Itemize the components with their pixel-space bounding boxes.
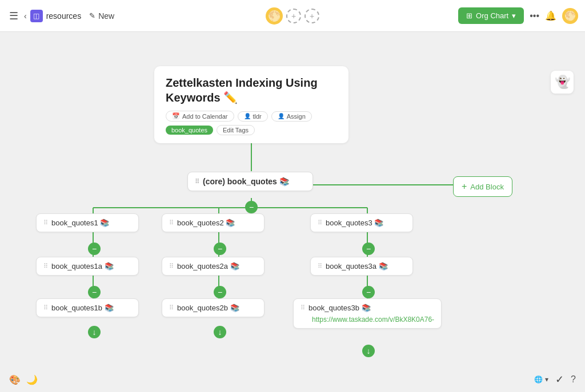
node-label: book_quotes1a 📚	[51, 262, 114, 270]
node-label: book_quotes3a 📚	[326, 262, 388, 270]
node-label: book_quotes3b 📚	[308, 304, 371, 312]
collapse-n2-button[interactable]: −	[214, 243, 226, 255]
hamburger-icon[interactable]: ☰	[7, 7, 21, 25]
bottom-left-icons: 🎨 🌙	[9, 374, 38, 385]
node-book-quotes2[interactable]: ⠿ book_quotes2 📚	[162, 213, 265, 232]
node-label: book_quotes1b 📚	[51, 304, 114, 312]
assign-icon: 👤	[278, 113, 285, 119]
document-card: Zettelkasten Indexing Using Keywords ✏️ …	[154, 66, 348, 143]
tldr-chip[interactable]: 👤 tldr	[238, 111, 268, 122]
drag-handle-icon: ⠿	[300, 304, 305, 312]
plus-icon: +	[462, 181, 467, 192]
help-icon[interactable]: ?	[571, 374, 576, 385]
org-chart-label: Org Chart	[476, 11, 508, 20]
assign-label: Assign	[287, 113, 306, 120]
new-icon: ✎	[89, 11, 95, 20]
node-book-quotes2b[interactable]: ⠿ book_quotes2b 📚	[162, 298, 265, 317]
new-button[interactable]: ✎ New	[85, 9, 119, 23]
add-view-button-2[interactable]: +	[304, 9, 319, 23]
tag-label: book_quotes	[171, 127, 207, 134]
palette-icon[interactable]: 🎨	[9, 374, 21, 385]
drag-handle-icon: ⠿	[43, 219, 48, 227]
drag-handle-icon: ⠿	[318, 219, 322, 227]
core-node-label: (core) book_quotes 📚	[203, 177, 289, 186]
new-label: New	[98, 11, 114, 21]
more-options-icon[interactable]: •••	[530, 11, 539, 21]
add-block-label: Add Block	[470, 183, 504, 191]
user-avatar-center[interactable]: 🌕	[266, 7, 283, 25]
doc-actions: 📅 Add to Calendar 👤 tldr 👤 Assign book_q…	[166, 111, 337, 135]
node-label: book_quotes2a 📚	[177, 262, 239, 270]
drag-handle-icon: ⠿	[169, 262, 174, 270]
drag-handle-icon: ⠿	[318, 262, 322, 270]
workspace-icon: ◫	[30, 10, 43, 22]
edit-tags-label: Edit Tags	[223, 127, 249, 134]
drag-handle-icon: ⠿	[169, 219, 174, 227]
tldr-label: tldr	[253, 113, 262, 120]
node-book-quotes1[interactable]: ⠿ book_quotes1 📚	[36, 213, 139, 232]
node-book-quotes3[interactable]: ⠿ book_quotes3 📚	[310, 213, 413, 232]
language-button[interactable]: 🌐 ▾	[534, 375, 548, 383]
node-book-quotes1b[interactable]: ⠿ book_quotes1b 📚	[36, 298, 139, 317]
expand-n2b-button[interactable]: ↓	[214, 326, 226, 338]
expand-n1b-button[interactable]: ↓	[88, 326, 101, 338]
org-chart-icon: ⊞	[466, 11, 472, 20]
header: ☰ ‹ ◫ resources ✎ New 🌕 + + ⊞ Org Chart …	[0, 0, 585, 32]
add-view-button-1[interactable]: +	[286, 9, 301, 23]
bottom-right-icons: 🌐 ▾ ✓ ?	[534, 373, 576, 386]
node-book-quotes1a[interactable]: ⠿ book_quotes1a 📚	[36, 257, 139, 276]
doc-title: Zettelkasten Indexing Using Keywords ✏️	[166, 75, 337, 105]
calendar-icon: 📅	[172, 112, 180, 120]
bottom-bar: 🎨 🌙 🌐 ▾ ✓ ?	[0, 367, 585, 392]
node-book-quotes2a[interactable]: ⠿ book_quotes2a 📚	[162, 257, 265, 276]
node-label: book_quotes2b 📚	[177, 304, 239, 312]
collapse-n3a-button[interactable]: −	[362, 286, 375, 298]
collapse-core-button[interactable]: −	[245, 201, 258, 213]
collapse-n3-button[interactable]: −	[362, 243, 375, 255]
ghost-icon[interactable]: 👻	[551, 71, 574, 94]
node-book-quotes3a[interactable]: ⠿ book_quotes3a 📚	[310, 257, 413, 276]
header-left: ☰ ‹ ◫ resources ✎ New	[7, 7, 454, 25]
back-icon[interactable]: ‹	[24, 11, 27, 21]
node-book-quotes3b[interactable]: ⠿ book_quotes3b 📚 https://www.taskade.co…	[293, 298, 442, 329]
bell-icon[interactable]: 🔔	[545, 10, 556, 21]
assign-chip[interactable]: 👤 Assign	[271, 111, 312, 122]
header-right: ⊞ Org Chart ▾ ••• 🔔 🌕	[458, 7, 578, 24]
check-icon[interactable]: ✓	[555, 373, 564, 386]
node-label: book_quotes3 📚	[326, 219, 383, 227]
globe-icon: 🌐	[534, 375, 543, 383]
add-to-calendar-chip[interactable]: 📅 Add to Calendar	[166, 111, 234, 122]
book-quotes-tag[interactable]: book_quotes	[166, 126, 213, 135]
canvas: Zettelkasten Indexing Using Keywords ✏️ …	[0, 32, 585, 392]
moon-icon[interactable]: 🌙	[26, 374, 38, 385]
core-node[interactable]: ⠿ (core) book_quotes 📚	[187, 172, 313, 191]
node-link[interactable]: https://www.taskade.com/v/BkX8K0A76-	[312, 316, 434, 324]
drag-handle-icon: ⠿	[169, 304, 174, 312]
node-label: book_quotes1 📚	[51, 219, 109, 227]
node-label: book_quotes2 📚	[177, 219, 235, 227]
drag-handle-icon: ⠿	[43, 262, 48, 270]
edit-tags-chip[interactable]: Edit Tags	[217, 125, 255, 135]
header-center: 🌕 + +	[266, 7, 319, 25]
breadcrumb: resources	[46, 11, 81, 21]
org-chart-button[interactable]: ⊞ Org Chart ▾	[458, 7, 524, 24]
collapse-n2a-button[interactable]: −	[214, 286, 226, 298]
collapse-n1a-button[interactable]: −	[88, 286, 101, 298]
chevron-down-icon: ▾	[512, 11, 516, 20]
collapse-n1-button[interactable]: −	[88, 243, 101, 255]
add-block-button[interactable]: + Add Block	[453, 176, 512, 197]
person-icon: 👤	[244, 113, 251, 119]
user-avatar[interactable]: 🌕	[562, 8, 578, 24]
drag-handle-icon: ⠿	[195, 178, 199, 185]
add-to-calendar-label: Add to Calendar	[182, 113, 228, 120]
expand-n3b-button[interactable]: ↓	[362, 345, 375, 357]
drag-handle-icon: ⠿	[43, 304, 48, 312]
lang-arrow-icon: ▾	[545, 375, 548, 383]
